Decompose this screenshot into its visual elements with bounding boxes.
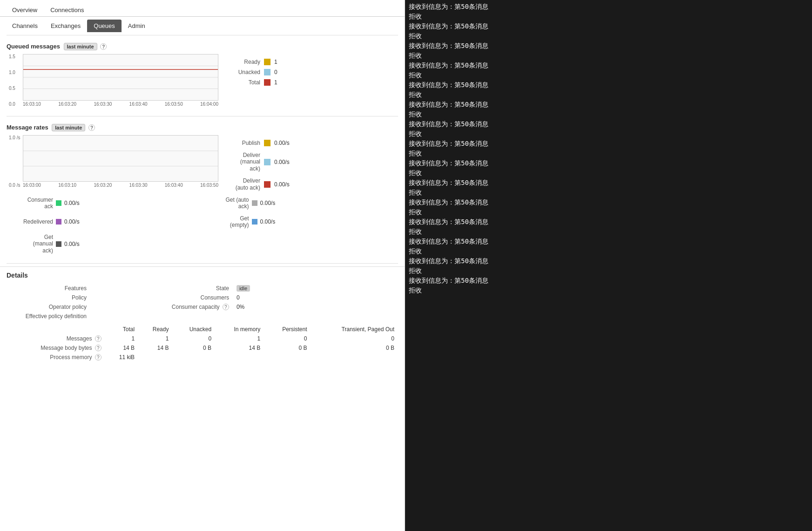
terminal-line: 接收到信息为：第50条消息	[409, 158, 808, 168]
nav-overview[interactable]: Overview	[6, 4, 44, 16]
terminal-line: 接收到信息为：第50条消息	[409, 41, 808, 51]
queued-y-labels: 1.5 1.0 0.5 0.0	[9, 54, 15, 107]
terminal-line: 接收到信息为：第50条消息	[409, 21, 808, 31]
nav-queues[interactable]: Queues	[87, 20, 122, 32]
get-auto-ack-color-icon	[252, 200, 257, 206]
legend-unacked: Unacked 0	[228, 69, 277, 75]
terminal-line: 接收到信息为：第50条消息	[409, 61, 808, 70]
legend-publish: Publish 0.00/s	[228, 140, 290, 146]
terminal-panel: 接收到信息为：第50条消息拒收接收到信息为：第50条消息拒收接收到信息为：第50…	[405, 0, 812, 531]
messages-question[interactable]: ?	[95, 335, 102, 342]
terminal-line: 接收到信息为：第50条消息	[409, 276, 808, 286]
top-nav: Overview Connections	[0, 0, 405, 17]
terminal-line: 接收到信息为：第50条消息	[409, 100, 808, 109]
ready-color-icon	[264, 59, 271, 65]
process-memory-question[interactable]: ?	[95, 354, 102, 361]
terminal-line: 接收到信息为：第50条消息	[409, 237, 808, 246]
consumer-ack-color-icon	[56, 200, 61, 206]
msg-table-row-process-memory: Process memory ? 11 kiB	[7, 353, 398, 362]
details-table: Features State idle Policy Consumers 0 O…	[7, 284, 398, 321]
body-bytes-question[interactable]: ?	[95, 345, 102, 351]
total-color-icon	[264, 79, 271, 86]
queued-messages-question[interactable]: ?	[100, 43, 107, 50]
queued-messages-badge[interactable]: last minute	[64, 43, 97, 50]
terminal-line: 接收到信息为：第50条消息	[409, 178, 808, 188]
unacked-color-icon	[264, 69, 271, 75]
details-section: Details Features State idle Policy Consu…	[0, 266, 405, 367]
msg-table-row-messages: Messages ? 1 1 0 1 0 0	[7, 334, 398, 343]
deliver-manual-color-icon	[264, 159, 271, 165]
terminal-line: 拒收	[409, 70, 808, 80]
terminal-line: 接收到信息为：第50条消息	[409, 2, 808, 12]
get-manual-ack-color-icon	[56, 241, 61, 247]
rates-bottom-grid: Consumerack 0.00/s Get (autoack) 0.00/s …	[7, 195, 398, 256]
get-empty-color-icon	[252, 219, 257, 225]
terminal-line: 拒收	[409, 188, 808, 197]
nav-connections[interactable]: Connections	[44, 4, 90, 16]
queued-messages-section: Queued messages last minute ? 1.5 1.0 0.…	[0, 38, 405, 113]
nav-admin[interactable]: Admin	[122, 20, 152, 32]
terminal-line: 接收到信息为：第50条消息	[409, 256, 808, 266]
details-effective-policy-row: Effective policy definition	[7, 312, 398, 321]
message-rates-chart-wrapper: 1.0 /s 0.0 /s 16:03:00 16:03:10 16:03:20…	[23, 135, 218, 188]
terminal-line: 接收到信息为：第50条消息	[409, 139, 808, 149]
queued-x-labels: 16:03:10 16:03:20 16:03:30 16:03:40 16:0…	[23, 102, 218, 107]
queued-messages-chart-wrapper: 1.5 1.0 0.5 0.0 16:03:10	[23, 54, 218, 107]
queued-messages-chart	[23, 54, 218, 101]
second-nav: Channels Exchanges Queues Admin	[0, 17, 405, 32]
messages-table: Total Ready Unacked In memory Persistent…	[7, 325, 398, 362]
message-rates-badge[interactable]: last minute	[52, 124, 85, 131]
rate-get-auto-ack: Get (autoack) 0.00/s	[207, 195, 394, 211]
terminal-line: 接收到信息为：第50条消息	[409, 197, 808, 207]
terminal-line: 拒收	[409, 149, 808, 158]
queued-messages-chart-container: 1.5 1.0 0.5 0.0 16:03:10	[7, 54, 398, 107]
publish-color-icon	[264, 140, 271, 146]
terminal-line: 拒收	[409, 207, 808, 217]
rates-x-labels: 16:03:00 16:03:10 16:03:20 16:03:30 16:0…	[23, 183, 218, 188]
rate-redelivered: Redelivered 0.00/s	[11, 213, 198, 230]
nav-exchanges[interactable]: Exchanges	[44, 20, 87, 32]
details-features-row: Features State idle	[7, 284, 398, 293]
rate-get-manual-ack: Get(manualack) 0.00/s	[11, 232, 198, 256]
terminal-line: 拒收	[409, 31, 808, 41]
left-panel: Overview Connections Channels Exchanges …	[0, 0, 405, 531]
message-rates-chart-container: 1.0 /s 0.0 /s 16:03:00 16:03:10 16:03:20…	[7, 135, 398, 191]
terminal-line: 拒收	[409, 12, 808, 21]
message-rates-chart	[23, 135, 218, 182]
consumer-capacity-question[interactable]: ?	[223, 304, 229, 310]
message-rates-question[interactable]: ?	[88, 124, 95, 131]
queued-legend: Ready 1 Unacked 0 Total 1	[228, 54, 277, 86]
legend-deliver-manual: Deliver(manualack) 0.00/s	[228, 152, 290, 172]
msg-table-row-body-bytes: Message body bytes ? 14 B 14 B 0 B 14 B …	[7, 343, 398, 353]
legend-total: Total 1	[228, 79, 277, 86]
queued-messages-title: Queued messages last minute ?	[7, 43, 398, 50]
terminal-line: 拒收	[409, 227, 808, 237]
terminal-line: 接收到信息为：第50条消息	[409, 80, 808, 90]
terminal-line: 拒收	[409, 168, 808, 178]
terminal-line: 接收到信息为：第50条消息	[409, 119, 808, 129]
terminal-line: 拒收	[409, 286, 808, 295]
msg-table-header: Total Ready Unacked In memory Persistent…	[7, 325, 398, 334]
terminal-line: 拒收	[409, 266, 808, 276]
details-policy-row: Policy Consumers 0	[7, 293, 398, 302]
message-rates-section: Message rates last minute ? 1.0 /s 0.0 /…	[0, 119, 405, 260]
details-operator-policy-row: Operator policy Consumer capacity ? 0%	[7, 302, 398, 312]
terminal-line: 拒收	[409, 90, 808, 100]
legend-deliver-auto: Deliver(auto ack) 0.00/s	[228, 177, 290, 191]
rates-y-labels: 1.0 /s 0.0 /s	[9, 135, 20, 188]
terminal-line: 拒收	[409, 109, 808, 119]
terminal-line: 拒收	[409, 246, 808, 256]
rates-right-legend: Publish 0.00/s Deliver(manualack) 0.00/s…	[228, 135, 290, 191]
state-badge: idle	[237, 285, 250, 292]
details-title: Details	[7, 272, 398, 279]
nav-channels[interactable]: Channels	[6, 20, 44, 32]
terminal-line: 接收到信息为：第50条消息	[409, 217, 808, 227]
message-rates-title: Message rates last minute ?	[7, 124, 398, 131]
terminal-line: 拒收	[409, 129, 808, 139]
legend-ready: Ready 1	[228, 59, 277, 65]
deliver-auto-color-icon	[264, 181, 271, 188]
rate-get-empty: Get(empty) 0.00/s	[207, 213, 394, 230]
rate-consumer-ack: Consumerack 0.00/s	[11, 195, 198, 211]
terminal-line: 拒收	[409, 51, 808, 61]
redelivered-color-icon	[56, 219, 61, 225]
